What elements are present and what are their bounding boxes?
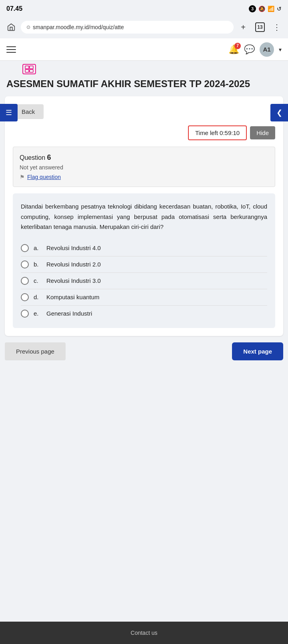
question-status: Not yet answered <box>20 164 268 171</box>
hamburger-line-2 <box>6 49 16 50</box>
footer-text: Contact us <box>131 630 158 636</box>
svg-rect-1 <box>30 66 33 69</box>
radio-c[interactable] <box>21 277 29 285</box>
svg-rect-2 <box>25 70 29 72</box>
status-time: 07.45 <box>6 5 22 12</box>
radio-b[interactable] <box>21 260 29 268</box>
svg-rect-3 <box>30 70 33 72</box>
secure-icon: ⊙ <box>26 24 30 30</box>
browser-bar: ⊙ smanpar.moodle.my.id/mod/quiz/atte + 1… <box>0 16 288 38</box>
nav-buttons: Previous page Next page <box>5 342 283 360</box>
option-b[interactable]: b. Revolusi Industri 2.0 <box>21 256 267 272</box>
page-title: ASESMEN SUMATIF AKHIR SEMESTER TP 2024-2… <box>6 78 282 90</box>
add-tab-button[interactable]: + <box>237 21 250 34</box>
hamburger-line-3 <box>6 52 16 53</box>
option-d[interactable]: d. Komputasi kuantum <box>21 289 267 305</box>
option-c[interactable]: c. Revolusi Industri 3.0 <box>21 273 267 289</box>
url-text: smanpar.moodle.my.id/mod/quiz/atte <box>33 24 124 30</box>
radio-e[interactable] <box>21 310 29 318</box>
tabs-count: 13 <box>255 22 265 32</box>
app-header: 🔔 7 💬 A1 ▾ <box>0 38 288 61</box>
notification-dot: 3 <box>249 5 256 12</box>
option-letter-b: b. <box>34 261 42 268</box>
notification-badge: 7 <box>234 43 241 49</box>
url-bar[interactable]: ⊙ smanpar.moodle.my.id/mod/quiz/atte <box>21 21 234 34</box>
option-letter-a: a. <box>34 244 42 251</box>
svg-rect-0 <box>25 66 29 69</box>
avatar-chevron-icon[interactable]: ▾ <box>279 46 282 53</box>
option-text-d: Komputasi kuantum <box>46 294 100 300</box>
signal-icon: 🔕 <box>258 6 265 12</box>
option-letter-e: e. <box>34 310 42 317</box>
browser-menu-button[interactable]: ⋮ <box>270 21 283 34</box>
radio-a[interactable] <box>21 244 29 252</box>
refresh-icon: ↺ <box>277 6 282 12</box>
option-letter-c: c. <box>34 277 42 284</box>
radio-d[interactable] <box>21 293 29 301</box>
option-text-b: Revolusi Industri 2.0 <box>46 261 101 268</box>
option-a[interactable]: a. Revolusi Industri 4.0 <box>21 240 267 256</box>
chat-button[interactable]: 💬 <box>244 44 255 55</box>
quiz-nav-icon[interactable] <box>22 64 36 74</box>
options-list: a. Revolusi Industri 4.0 b. Revolusi Ind… <box>21 240 267 322</box>
previous-page-button[interactable]: Previous page <box>5 342 66 360</box>
notification-button[interactable]: 🔔 7 <box>228 44 239 55</box>
sidebar-toggle-right-button[interactable]: ❮ <box>270 104 288 121</box>
hamburger-menu-button[interactable] <box>6 43 19 56</box>
question-header-box: Question 6 Not yet answered ⚑ Flag quest… <box>13 147 275 187</box>
hamburger-line-1 <box>6 46 16 47</box>
next-page-button[interactable]: Next page <box>232 342 283 360</box>
option-e[interactable]: e. Generasi Industri <box>21 306 267 322</box>
sidebar-toggle-left-button[interactable]: ☰ <box>0 104 18 121</box>
footer: Contact us <box>0 622 288 644</box>
flag-row: ⚑ Flag question <box>20 174 268 180</box>
question-number: Question 6 <box>20 153 268 162</box>
timer-row: Time left 0:59:10 Hide <box>13 125 275 140</box>
home-button[interactable] <box>5 21 18 34</box>
option-text-e: Generasi Industri <box>46 310 92 317</box>
question-body: Ditandai berkembang pesatnya teknologi d… <box>13 193 275 328</box>
browser-actions: + 13 ⋮ <box>237 21 283 34</box>
header-right: 🔔 7 💬 A1 ▾ <box>228 42 282 57</box>
status-icons: 3 🔕 📶 ↺ <box>249 5 282 12</box>
tabs-button[interactable]: 13 <box>254 21 266 34</box>
question-text: Ditandai berkembang pesatnya teknologi d… <box>21 201 267 232</box>
question-num-value: 6 <box>47 153 51 161</box>
option-text-a: Revolusi Industri 4.0 <box>46 244 101 251</box>
flag-icon: ⚑ <box>20 174 25 180</box>
option-letter-d: d. <box>34 294 42 300</box>
user-avatar[interactable]: A1 <box>260 42 274 57</box>
hide-timer-button[interactable]: Hide <box>250 126 275 139</box>
flag-question-link[interactable]: Flag question <box>27 174 61 180</box>
option-text-c: Revolusi Industri 3.0 <box>46 277 101 284</box>
quiz-card: Back Time left 0:59:10 Hide Question 6 N… <box>5 96 283 336</box>
status-bar: 07.45 3 🔕 📶 ↺ <box>0 0 288 16</box>
timer-display: Time left 0:59:10 <box>188 125 247 140</box>
network-icon: 📶 <box>268 6 274 12</box>
